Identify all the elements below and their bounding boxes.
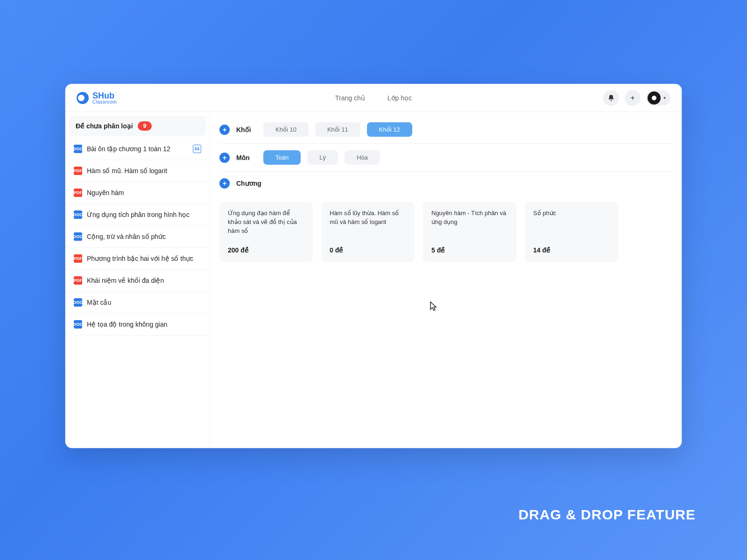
sidebar-item-label: Phương trình bậc hai với hệ số thực <box>87 255 193 262</box>
subject-chip[interactable]: Hóa <box>345 150 380 165</box>
doc-icon: DOC <box>74 298 82 307</box>
sidebar-item-label: Bài ôn tập chương 1 toán 12 <box>87 145 170 153</box>
subject-chip[interactable]: Lý <box>307 150 338 165</box>
card-title: Số phức <box>533 209 610 218</box>
cursor-icon <box>430 301 438 314</box>
doc-icon: DOC <box>74 320 82 329</box>
add-button[interactable]: + <box>625 90 641 106</box>
bell-icon <box>607 94 615 102</box>
chapter-card[interactable]: Ứng dụng đạo hàm để khảo sát và vẽ đồ th… <box>219 202 313 262</box>
chapter-card[interactable]: Nguyên hàm - Tích phân và ứng dụng5 đề <box>423 202 516 262</box>
divider <box>219 143 672 144</box>
sidebar-item-label: Hệ tọa độ trong không gian <box>87 321 168 328</box>
sidebar-item[interactable]: DOCHệ tọa độ trong không gian <box>65 314 210 336</box>
sidebar: Đề chưa phân loại 9 DOCBài ôn tập chương… <box>65 112 210 448</box>
card-count: 5 đề <box>431 246 508 254</box>
add-chapter-button[interactable]: + <box>219 178 230 189</box>
sidebar-item-label: Khái niệm về khối đa diện <box>87 277 164 284</box>
avatar <box>648 91 661 105</box>
main-content: + Khối Khối 10Khối 11Khối 12 + Môn ToánL… <box>210 112 682 448</box>
plus-icon: + <box>223 154 226 161</box>
chevron-down-icon: ▾ <box>663 95 666 100</box>
plus-icon: + <box>223 126 226 133</box>
doc-icon: DOC <box>74 210 82 219</box>
sidebar-item-label: Mặt cầu <box>87 299 111 306</box>
topbar-actions: + ▾ <box>603 90 670 106</box>
pdf-icon: PDF <box>74 254 82 263</box>
logo-title: SHub <box>92 91 117 100</box>
user-menu[interactable]: ▾ <box>646 90 670 106</box>
card-count: 0 đề <box>330 246 406 254</box>
item-count-badge: 53 <box>193 145 201 153</box>
filter-subject-label: Môn <box>236 154 257 161</box>
card-title: Ứng dụng đạo hàm để khảo sát và vẽ đồ th… <box>228 209 304 236</box>
sidebar-item[interactable]: PDFPhương trình bậc hai với hệ số thực <box>65 248 210 270</box>
filter-grade: + Khối Khối 10Khối 11Khối 12 <box>219 118 672 141</box>
grade-chip[interactable]: Khối 11 <box>315 122 360 137</box>
chapter-card[interactable]: Số phức14 đề <box>525 202 618 262</box>
sidebar-item-label: Cộng, trừ và nhân số phức <box>87 233 166 240</box>
sidebar-item[interactable]: DOCCộng, trừ và nhân số phức <box>65 226 210 248</box>
chapter-card[interactable]: Hàm số lũy thừa. Hàm số mũ và hàm số log… <box>321 202 415 262</box>
card-count: 200 đề <box>228 246 304 254</box>
sidebar-item[interactable]: DOCỨng dụng tích phân trong hình học <box>65 204 210 226</box>
subject-chip[interactable]: Toán <box>263 150 301 165</box>
logo-icon <box>77 92 89 104</box>
sidebar-item[interactable]: PDFNguyên hàm <box>65 182 210 204</box>
card-title: Hàm số lũy thừa. Hàm số mũ và hàm số log… <box>330 209 406 227</box>
grade-chip[interactable]: Khối 10 <box>263 122 309 137</box>
feature-caption: DRAG & DROP FEATURE <box>518 507 696 523</box>
card-title: Nguyên hàm - Tích phân và ứng dụng <box>431 209 508 227</box>
logo-subtitle: Classroom <box>92 100 117 105</box>
doc-icon: DOC <box>74 145 82 153</box>
sidebar-item[interactable]: PDFHàm số mũ. Hàm số logarit <box>65 160 210 182</box>
pdf-icon: PDF <box>74 167 82 175</box>
topbar: SHub Classroom Trang chủ Lớp học + ▾ <box>65 84 682 112</box>
plus-icon: + <box>223 180 226 187</box>
logo[interactable]: SHub Classroom <box>77 91 117 105</box>
top-nav: Trang chủ Lớp học <box>335 94 412 102</box>
sidebar-item-label: Ứng dụng tích phân trong hình học <box>87 211 190 218</box>
add-subject-button[interactable]: + <box>219 153 230 163</box>
nav-classes[interactable]: Lớp học <box>388 94 412 102</box>
divider <box>219 171 672 172</box>
nav-home[interactable]: Trang chủ <box>335 94 365 102</box>
filter-grade-label: Khối <box>236 126 257 133</box>
logo-text: SHub Classroom <box>92 91 117 105</box>
notifications-button[interactable] <box>603 90 619 106</box>
body: Đề chưa phân loại 9 DOCBài ôn tập chương… <box>65 112 682 448</box>
sidebar-unclassified-label: Đề chưa phân loại <box>76 122 133 130</box>
grade-chip[interactable]: Khối 12 <box>367 122 412 137</box>
card-count: 14 đề <box>533 246 610 254</box>
pdf-icon: PDF <box>74 276 82 285</box>
unclassified-count-badge: 9 <box>138 121 152 131</box>
sidebar-item[interactable]: DOCBài ôn tập chương 1 toán 1253 <box>65 138 210 160</box>
sidebar-unclassified[interactable]: Đề chưa phân loại 9 <box>69 116 206 136</box>
sidebar-item-label: Hàm số mũ. Hàm số logarit <box>87 167 167 175</box>
add-grade-button[interactable]: + <box>219 125 230 135</box>
sidebar-item[interactable]: DOCMặt cầu <box>65 292 210 314</box>
plus-icon: + <box>630 94 634 102</box>
filter-chapter-label: Chương <box>236 180 261 187</box>
doc-icon: DOC <box>74 232 82 241</box>
sidebar-item-label: Nguyên hàm <box>87 189 124 196</box>
filter-subject: + Môn ToánLýHóa <box>219 146 672 169</box>
sidebar-item[interactable]: PDFKhái niệm về khối đa diện <box>65 270 210 292</box>
pdf-icon: PDF <box>74 189 82 197</box>
filter-chapter: + Chương <box>219 174 672 193</box>
app-window: SHub Classroom Trang chủ Lớp học + ▾ Đề … <box>65 84 682 448</box>
chapter-cards: Ứng dụng đạo hàm để khảo sát và vẽ đồ th… <box>219 202 672 262</box>
